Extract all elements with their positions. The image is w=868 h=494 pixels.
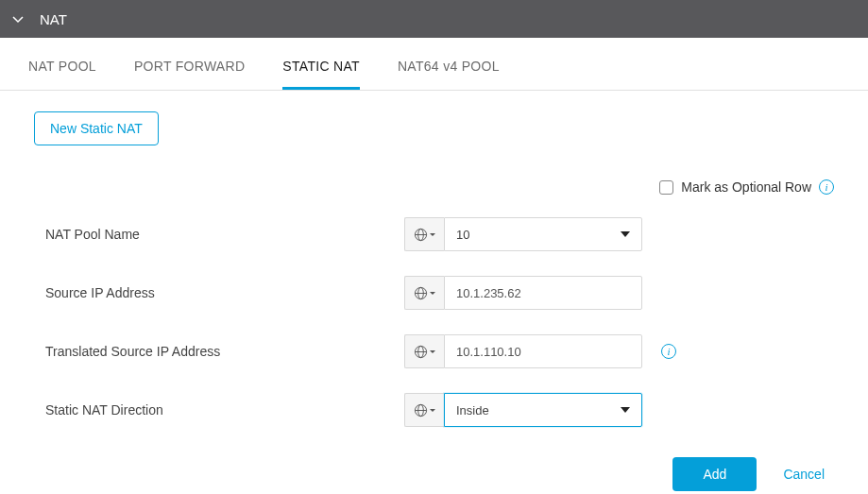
globe-icon (414, 228, 428, 242)
nat-pool-name-value: 10 (456, 228, 621, 242)
globe-icon (414, 403, 428, 417)
section-header: NAT (0, 0, 868, 38)
nat-pool-name-select[interactable]: 10 (444, 217, 642, 251)
caret-down-icon (430, 350, 435, 353)
optional-row: Mark as Optional Row i (34, 179, 834, 195)
label-translated-source-ip: Translated Source IP Address (45, 344, 404, 359)
dropdown-caret-icon (621, 407, 630, 413)
caret-down-icon (430, 233, 435, 236)
section-title: NAT (40, 11, 67, 27)
row-nat-pool-name: NAT Pool Name 10 (45, 217, 834, 251)
cancel-button[interactable]: Cancel (783, 467, 834, 482)
mark-optional-label: Mark as Optional Row (681, 179, 811, 195)
scope-selector-source-ip[interactable] (404, 276, 444, 310)
tab-static-nat[interactable]: STATIC NAT (282, 38, 360, 90)
add-button[interactable]: Add (672, 457, 757, 491)
info-icon[interactable]: i (661, 344, 676, 359)
source-ip-input[interactable]: 10.1.235.62 (444, 276, 642, 310)
row-translated-source-ip: Translated Source IP Address 10.1.110.10… (45, 334, 834, 368)
static-nat-direction-value: Inside (456, 403, 621, 417)
footer-actions: Add Cancel (0, 451, 868, 491)
tab-nat-pool[interactable]: NAT POOL (28, 38, 96, 90)
scope-selector-translated-source-ip[interactable] (404, 334, 444, 368)
translated-source-ip-input[interactable]: 10.1.110.10 (444, 334, 642, 368)
mark-optional-checkbox[interactable] (659, 180, 673, 195)
translated-source-ip-value: 10.1.110.10 (456, 345, 630, 359)
label-static-nat-direction: Static NAT Direction (45, 402, 404, 417)
content-area: New Static NAT Mark as Optional Row i NA… (0, 91, 868, 427)
collapse-chevron-icon[interactable] (11, 12, 25, 26)
info-icon[interactable]: i (819, 179, 834, 195)
globe-icon (414, 286, 428, 300)
tabs-bar: NAT POOL PORT FORWARD STATIC NAT NAT64 v… (0, 38, 868, 91)
new-static-nat-button[interactable]: New Static NAT (34, 111, 159, 145)
tab-nat64-v4-pool[interactable]: NAT64 v4 POOL (398, 38, 500, 90)
row-static-nat-direction: Static NAT Direction Inside (45, 393, 834, 427)
caret-down-icon (430, 409, 435, 412)
label-source-ip: Source IP Address (45, 285, 404, 300)
scope-selector-static-nat-direction[interactable] (404, 393, 444, 427)
static-nat-direction-select[interactable]: Inside (444, 393, 642, 427)
label-nat-pool-name: NAT Pool Name (45, 227, 404, 242)
dropdown-caret-icon (621, 231, 630, 237)
row-source-ip: Source IP Address 10.1.235.62 (45, 276, 834, 310)
tab-port-forward[interactable]: PORT FORWARD (134, 38, 245, 90)
source-ip-value: 10.1.235.62 (456, 286, 630, 300)
caret-down-icon (430, 292, 435, 295)
scope-selector-nat-pool-name[interactable] (404, 217, 444, 251)
form: NAT Pool Name 10 Source IP Address (34, 217, 834, 427)
globe-icon (414, 345, 428, 359)
